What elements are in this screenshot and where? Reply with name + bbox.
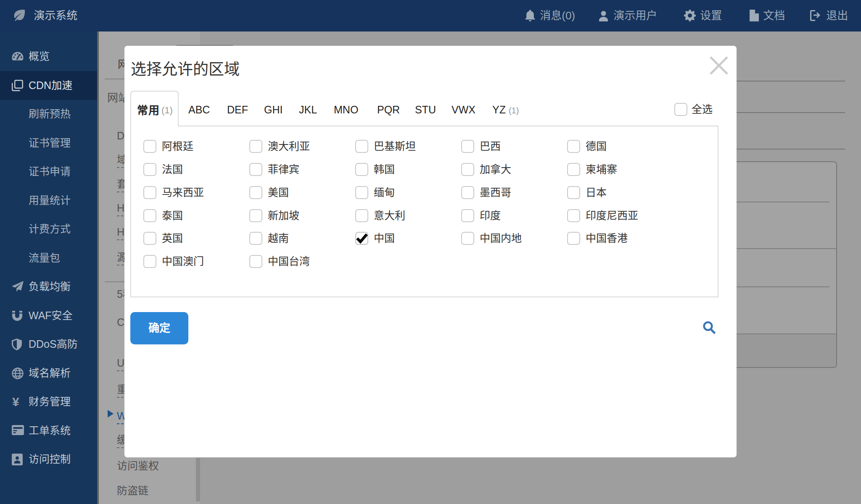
svg-text:¥: ¥ [12,396,19,408]
